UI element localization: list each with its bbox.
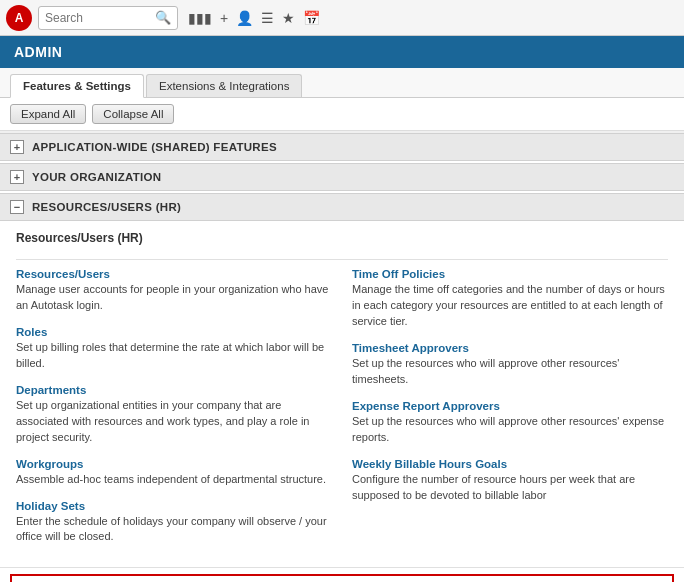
chart-icon[interactable]: ▮▮▮: [188, 10, 212, 26]
toggle-app-wide[interactable]: +: [10, 140, 24, 154]
section-resources-users[interactable]: − RESOURCES/USERS (HR): [0, 193, 684, 221]
feature-link-roles[interactable]: Roles: [16, 326, 332, 338]
feature-desc-expense-approvers: Set up the resources who will approve ot…: [352, 414, 668, 446]
feature-time-off: Time Off Policies Manage the time off ca…: [352, 268, 668, 330]
feature-link-timesheet-approvers[interactable]: Timesheet Approvers: [352, 342, 668, 354]
feature-desc-roles: Set up billing roles that determine the …: [16, 340, 332, 372]
features-grid: Resources/Users Manage user accounts for…: [16, 268, 668, 557]
feature-weekly-billable: Weekly Billable Hours Goals Configure th…: [352, 458, 668, 504]
collapse-all-button[interactable]: Collapse All: [92, 104, 174, 124]
list-icon[interactable]: ☰: [261, 10, 274, 26]
content-area: + APPLICATION-WIDE (SHARED) FEATURES + Y…: [0, 133, 684, 582]
feature-desc-timesheet-approvers: Set up the resources who will approve ot…: [352, 356, 668, 388]
feature-link-holiday-sets[interactable]: Holiday Sets: [16, 500, 332, 512]
feature-holiday-sets: Holiday Sets Enter the schedule of holid…: [16, 500, 332, 546]
action-buttons-bar: Expand All Collapse All: [0, 98, 684, 131]
feature-desc-departments: Set up organizational entities in your c…: [16, 398, 332, 446]
app-logo[interactable]: A: [6, 5, 32, 31]
search-box[interactable]: 🔍: [38, 6, 178, 30]
add-icon[interactable]: +: [220, 10, 228, 26]
toolbar: A 🔍 ▮▮▮ + 👤 ☰ ★ 📅: [0, 0, 684, 36]
admin-header: ADMIN: [0, 36, 684, 68]
resources-users-section-title: Resources/Users (HR): [16, 231, 668, 249]
feature-roles: Roles Set up billing roles that determin…: [16, 326, 332, 372]
toggle-resources-users[interactable]: −: [10, 200, 24, 214]
tabs-bar: Features & Settings Extensions & Integra…: [0, 68, 684, 98]
feature-workgroups: Workgroups Assemble ad-hoc teams indepen…: [16, 458, 332, 488]
feature-desc-holiday-sets: Enter the schedule of holidays your comp…: [16, 514, 332, 546]
calendar-icon[interactable]: 📅: [303, 10, 320, 26]
features-left-col: Resources/Users Manage user accounts for…: [16, 268, 332, 557]
expand-all-button[interactable]: Expand All: [10, 104, 86, 124]
feature-link-expense-approvers[interactable]: Expense Report Approvers: [352, 400, 668, 412]
features-right-col: Time Off Policies Manage the time off ca…: [352, 268, 668, 557]
feature-link-departments[interactable]: Departments: [16, 384, 332, 396]
feature-link-workgroups[interactable]: Workgroups: [16, 458, 332, 470]
tab-features-settings[interactable]: Features & Settings: [10, 74, 144, 98]
feature-expense-approvers: Expense Report Approvers Set up the reso…: [352, 400, 668, 446]
star-icon[interactable]: ★: [282, 10, 295, 26]
toggle-your-org[interactable]: +: [10, 170, 24, 184]
search-icon: 🔍: [155, 10, 171, 25]
section-app-wide[interactable]: + APPLICATION-WIDE (SHARED) FEATURES: [0, 133, 684, 161]
user-icon[interactable]: 👤: [236, 10, 253, 26]
feature-timesheet-approvers: Timesheet Approvers Set up the resources…: [352, 342, 668, 388]
tab-extensions-integrations[interactable]: Extensions & Integrations: [146, 74, 302, 97]
toolbar-icons: ▮▮▮ + 👤 ☰ ★ 📅: [188, 10, 320, 26]
feature-link-weekly-billable[interactable]: Weekly Billable Hours Goals: [352, 458, 668, 470]
section-your-org[interactable]: + YOUR ORGANIZATION: [0, 163, 684, 191]
feature-desc-time-off: Manage the time off categories and the n…: [352, 282, 668, 330]
feature-desc-resources-users: Manage user accounts for people in your …: [16, 282, 332, 314]
feature-link-resources-users[interactable]: Resources/Users: [16, 268, 332, 280]
search-input[interactable]: [45, 11, 155, 25]
feature-desc-weekly-billable: Configure the number of resource hours p…: [352, 472, 668, 504]
security-section-highlighted: Security Security Levels Configure the a…: [10, 574, 674, 582]
feature-resources-users: Resources/Users Manage user accounts for…: [16, 268, 332, 314]
feature-desc-workgroups: Assemble ad-hoc teams independent of dep…: [16, 472, 332, 488]
feature-link-time-off[interactable]: Time Off Policies: [352, 268, 668, 280]
feature-departments: Departments Set up organizational entiti…: [16, 384, 332, 446]
resources-users-content: Resources/Users (HR) Resources/Users Man…: [0, 221, 684, 568]
